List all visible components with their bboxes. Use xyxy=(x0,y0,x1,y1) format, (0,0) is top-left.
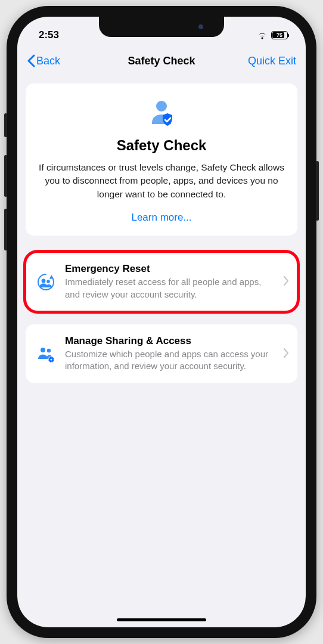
emergency-reset-title: Emergency Reset xyxy=(65,263,275,275)
manage-sharing-icon xyxy=(35,343,57,364)
manage-sharing-title: Manage Sharing & Access xyxy=(65,335,275,347)
nav-title: Safety Check xyxy=(128,55,195,67)
hero-title: Safety Check xyxy=(39,137,284,154)
svg-line-14 xyxy=(53,358,54,358)
manage-sharing-option[interactable]: Manage Sharing & Access Customize which … xyxy=(26,324,297,383)
svg-point-4 xyxy=(47,349,51,352)
wifi-icon xyxy=(257,32,268,39)
camera-dot xyxy=(198,24,203,29)
emergency-reset-desc: Immediately reset access for all people … xyxy=(65,276,275,301)
emergency-reset-option[interactable]: Emergency Reset Immediately reset access… xyxy=(26,252,297,311)
status-right: 75 xyxy=(257,31,288,39)
content: Safety Check If circumstances or trust l… xyxy=(17,75,306,404)
nav-bar: Back Safety Check Quick Exit xyxy=(17,47,306,75)
emergency-reset-text: Emergency Reset Immediately reset access… xyxy=(65,263,275,301)
svg-point-7 xyxy=(50,359,52,361)
power-button xyxy=(316,161,319,221)
phone-frame: 2:53 75 Back Safety Check Quick Exit xyxy=(7,6,316,638)
back-button[interactable]: Back xyxy=(27,54,60,67)
volume-down-button xyxy=(4,209,7,250)
hero-body: If circumstances or trust levels change,… xyxy=(39,161,284,201)
svg-line-12 xyxy=(49,358,50,358)
learn-more-link[interactable]: Learn more... xyxy=(39,212,284,224)
svg-point-3 xyxy=(41,348,45,352)
svg-point-2 xyxy=(46,280,50,283)
emergency-reset-icon xyxy=(35,272,57,292)
chevron-left-icon xyxy=(27,54,35,67)
home-indicator[interactable] xyxy=(117,618,206,621)
volume-up-button xyxy=(4,155,7,197)
manage-sharing-text: Manage Sharing & Access Customize which … xyxy=(65,335,275,373)
svg-point-0 xyxy=(156,101,167,112)
safety-check-icon xyxy=(39,98,284,129)
manage-sharing-desc: Customize which people and apps can acce… xyxy=(65,348,275,373)
back-label: Back xyxy=(36,55,60,67)
mute-switch xyxy=(4,113,7,137)
chevron-right-icon xyxy=(284,347,289,361)
svg-point-1 xyxy=(42,278,46,283)
status-time: 2:53 xyxy=(39,29,59,41)
screen: 2:53 75 Back Safety Check Quick Exit xyxy=(17,17,306,627)
battery-icon: 75 xyxy=(271,31,288,39)
quick-exit-button[interactable]: Quick Exit xyxy=(248,55,296,67)
notch xyxy=(99,17,224,37)
chevron-right-icon xyxy=(284,275,289,289)
svg-line-15 xyxy=(49,361,50,362)
hero-card: Safety Check If circumstances or trust l… xyxy=(26,83,297,236)
svg-line-13 xyxy=(53,361,54,362)
